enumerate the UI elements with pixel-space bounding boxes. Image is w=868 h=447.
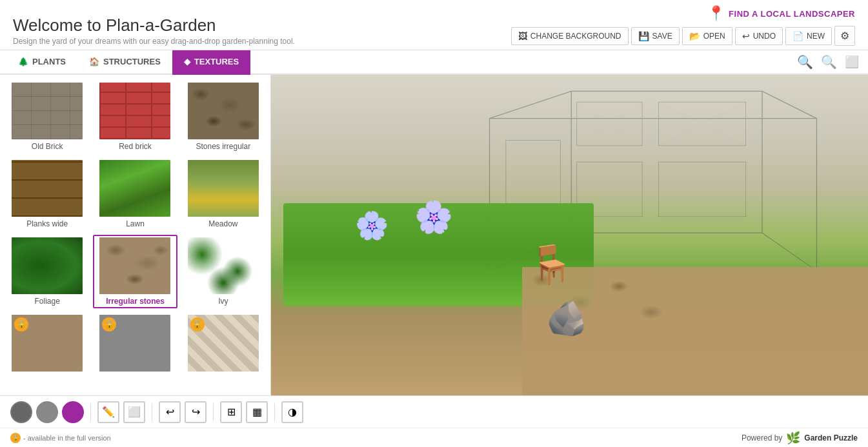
dot-large-btn[interactable]: [62, 401, 84, 423]
app-title: Welcome to Plan-a-Garden: [13, 15, 295, 35]
settings-btn[interactable]: ⚙: [834, 26, 855, 46]
tab-textures-label: TEXTURES: [194, 57, 239, 66]
main-area: Old Brick Red brick Stones irregular Pla…: [0, 75, 868, 395]
toolbar-separator-2: [152, 403, 152, 421]
old-brick-label: Old Brick: [32, 142, 63, 151]
tab-structures-label: STRUCTURES: [103, 57, 161, 66]
tab-plants[interactable]: 🌲 PLANTS: [6, 50, 77, 75]
new-btn[interactable]: 📄 NEW: [785, 27, 832, 45]
tab-textures[interactable]: ◆ TEXTURES: [172, 50, 250, 75]
texture-item-red-brick[interactable]: Red brick: [93, 80, 177, 154]
save-icon: 💾: [638, 31, 649, 41]
tree-icon: 🌲: [18, 57, 28, 66]
image-icon: 🖼: [518, 31, 527, 41]
lawn-label: Lawn: [126, 219, 145, 228]
texture-item-old-brick[interactable]: Old Brick: [5, 80, 89, 154]
redo-tool-btn[interactable]: ↪: [185, 401, 207, 423]
header-right: 📍 FIND A LOCAL LANDSCAPER 🖼 CHANGE BACKG…: [511, 5, 855, 46]
lock-icon-small: 🔒: [10, 433, 21, 443]
old-brick-thumb: [12, 83, 83, 139]
lock-badge-1: 🔒: [14, 317, 28, 332]
locked-1-thumb: 🔒: [12, 315, 83, 372]
change-background-btn[interactable]: 🖼 CHANGE BACKGROUND: [511, 27, 629, 45]
lock-badge-3: 🔒: [190, 317, 205, 332]
eraser-btn[interactable]: ⬜: [123, 401, 145, 423]
fire-pit[interactable]: 🪨: [546, 299, 588, 338]
texture-item-lawn[interactable]: Lawn: [93, 157, 177, 231]
bottom-toolbar: ✏️ ⬜ ↩ ↪ ⊞ ▦ ◑: [0, 395, 868, 428]
app-container: Welcome to Plan-a-Garden Design the yard…: [0, 0, 868, 447]
find-landscaper-btn[interactable]: 📍 FIND A LOCAL LANDSCAPER: [707, 5, 855, 22]
stones-irregular-thumb: [188, 83, 259, 139]
house-icon: 🏠: [89, 57, 99, 66]
powered-by-text: Powered by: [742, 433, 782, 442]
toolbar-separator-1: [90, 403, 91, 421]
undo-tool-btn[interactable]: ↩: [159, 401, 181, 423]
footer: 🔒 - available in the full version Powere…: [0, 428, 868, 447]
svg-line-7: [490, 91, 572, 118]
red-brick-label: Red brick: [119, 142, 152, 151]
garden-bench[interactable]: 🪑: [528, 243, 574, 286]
grid-fill-btn[interactable]: ▦: [246, 401, 268, 423]
undo-btn[interactable]: ↩ UNDO: [735, 27, 783, 45]
foliage-label: Foliage: [34, 297, 59, 306]
texture-item-meadow[interactable]: Meadow: [181, 157, 265, 231]
brand-logo-icon: 🌿: [786, 431, 800, 445]
texture-item-locked-2[interactable]: 🔒: [93, 312, 177, 374]
toolbar-separator-3: [213, 403, 214, 421]
stones-irregular-label: Stones irregular: [196, 142, 250, 151]
open-btn[interactable]: 📂 OPEN: [682, 27, 732, 45]
toolbar-actions: 🖼 CHANGE BACKGROUND 💾 SAVE 📂 OPEN ↩ UNDO…: [511, 26, 855, 46]
texture-item-ivy[interactable]: Ivy: [181, 235, 265, 308]
folder-icon: 📂: [689, 31, 700, 41]
meadow-label: Meadow: [208, 219, 237, 228]
ivy-thumb: [188, 237, 259, 294]
zoom-in-btn[interactable]: 🔍: [794, 52, 816, 72]
new-label: NEW: [807, 32, 825, 41]
texture-sidebar: Old Brick Red brick Stones irregular Pla…: [0, 75, 271, 395]
garden-canvas[interactable]: 🌸 🌸 🪑 🪨: [271, 75, 868, 395]
planks-wide-label: Planks wide: [26, 219, 68, 228]
nav-tabs: 🌲 PLANTS 🏠 STRUCTURES ◆ TEXTURES 🔍 🔍 ⬜: [0, 50, 868, 75]
brand-name: Garden Puzzle: [804, 433, 858, 442]
header: Welcome to Plan-a-Garden Design the yard…: [0, 0, 868, 50]
locked-2-thumb: 🔒: [99, 315, 170, 372]
header-left: Welcome to Plan-a-Garden Design the yard…: [13, 15, 295, 46]
crop-btn[interactable]: ⬜: [842, 52, 862, 72]
contrast-btn[interactable]: ◑: [281, 401, 303, 423]
undo-label: UNDO: [753, 32, 776, 41]
undo-icon: ↩: [742, 31, 750, 41]
open-label: OPEN: [703, 32, 725, 41]
tab-structures[interactable]: 🏠 STRUCTURES: [77, 50, 172, 75]
flower-cluster-1: 🌸: [355, 210, 389, 241]
save-btn[interactable]: 💾 SAVE: [631, 27, 680, 45]
lock-badge-2: 🔒: [102, 317, 116, 332]
zoom-out-btn[interactable]: 🔍: [818, 52, 840, 72]
texture-item-locked-1[interactable]: 🔒: [5, 312, 89, 374]
svg-line-8: [762, 91, 816, 118]
texture-item-foliage[interactable]: Foliage: [5, 235, 89, 308]
foliage-thumb: [12, 237, 83, 294]
texture-item-stones-irregular[interactable]: Stones irregular: [181, 80, 265, 154]
save-label: SAVE: [652, 32, 672, 41]
texture-item-planks-wide[interactable]: Planks wide: [5, 157, 89, 231]
texture-item-locked-3[interactable]: 🔒: [181, 312, 265, 374]
texture-item-irregular-stones[interactable]: Irregular stones: [93, 235, 177, 308]
meadow-thumb: [188, 160, 259, 217]
footer-note-text: - available in the full version: [23, 434, 111, 442]
find-landscaper-label: FIND A LOCAL LANDSCAPER: [729, 9, 855, 19]
change-background-label: CHANGE BACKGROUND: [530, 32, 621, 41]
app-subtitle: Design the yard of your dreams with our …: [13, 37, 295, 46]
irregular-stones-thumb: [99, 237, 170, 294]
grid-btn[interactable]: ⊞: [220, 401, 242, 423]
toolbar-separator-4: [274, 403, 275, 421]
pencil-btn[interactable]: ✏️: [97, 401, 119, 423]
dot-medium-btn[interactable]: [36, 401, 58, 423]
lawn-thumb: [99, 160, 170, 217]
gear-icon: ⚙: [840, 30, 849, 41]
new-icon: 📄: [792, 31, 803, 41]
texture-icon: ◆: [184, 57, 190, 66]
flower-cluster-2: 🌸: [414, 199, 453, 235]
dot-small-btn[interactable]: [10, 401, 32, 423]
svg-line-10: [762, 233, 816, 271]
